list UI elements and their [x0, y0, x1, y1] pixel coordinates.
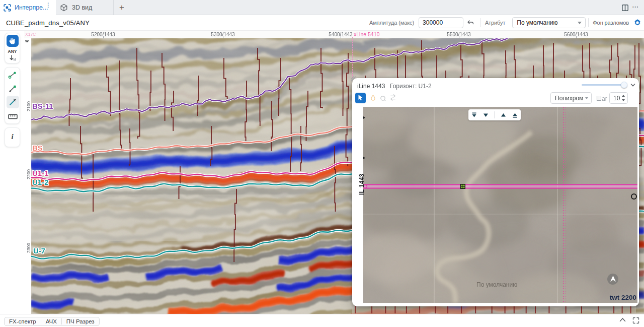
svg-text:U1-2: U1-2: [32, 178, 49, 186]
svg-text:U-7: U-7: [33, 246, 45, 255]
svg-text:U1-1: U1-1: [32, 169, 49, 177]
svg-text:BS-11: BS-11: [32, 102, 53, 110]
svg-text:BS: BS: [32, 144, 43, 152]
